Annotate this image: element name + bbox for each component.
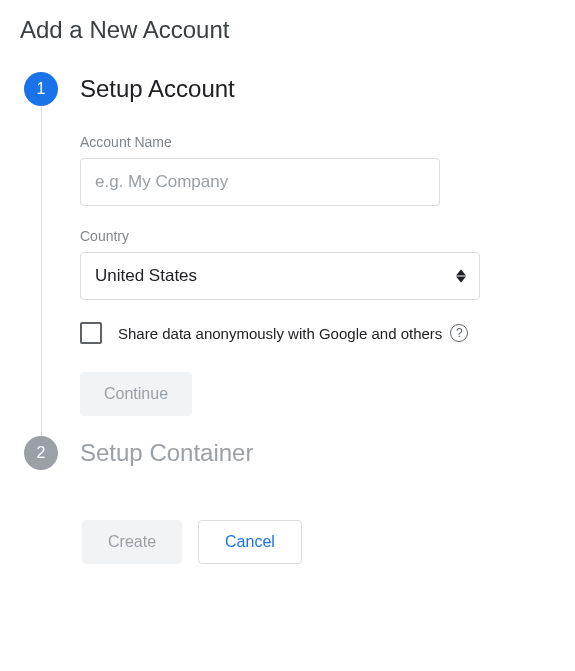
footer-actions: Create Cancel: [82, 520, 555, 564]
step-1-body: Account Name Country United States Share…: [80, 134, 555, 416]
step-2-title: Setup Container: [80, 436, 555, 470]
cancel-button[interactable]: Cancel: [198, 520, 302, 564]
share-data-label: Share data anonymously with Google and o…: [118, 325, 442, 342]
create-button[interactable]: Create: [82, 520, 182, 564]
share-data-checkbox[interactable]: [80, 322, 102, 344]
account-name-field-group: Account Name: [80, 134, 555, 206]
step-2-badge: 2: [24, 436, 58, 470]
account-name-label: Account Name: [80, 134, 555, 150]
country-field-group: Country United States: [80, 228, 555, 300]
country-label: Country: [80, 228, 555, 244]
step-1-badge: 1: [24, 72, 58, 106]
step-1-title: Setup Account: [80, 72, 555, 106]
step-connector-line: [41, 106, 42, 436]
share-data-row: Share data anonymously with Google and o…: [80, 322, 555, 344]
help-icon[interactable]: ?: [450, 324, 468, 342]
share-data-label-wrapper: Share data anonymously with Google and o…: [118, 324, 468, 342]
steps-container: 1 Setup Account Account Name Country Uni…: [20, 72, 555, 480]
continue-button[interactable]: Continue: [80, 372, 192, 416]
page-title: Add a New Account: [20, 16, 555, 44]
country-select[interactable]: United States: [80, 252, 480, 300]
step-2: 2 Setup Container: [20, 436, 555, 480]
step-1: 1 Setup Account Account Name Country Uni…: [20, 72, 555, 436]
account-name-input[interactable]: [80, 158, 440, 206]
country-select-wrapper: United States: [80, 252, 480, 300]
